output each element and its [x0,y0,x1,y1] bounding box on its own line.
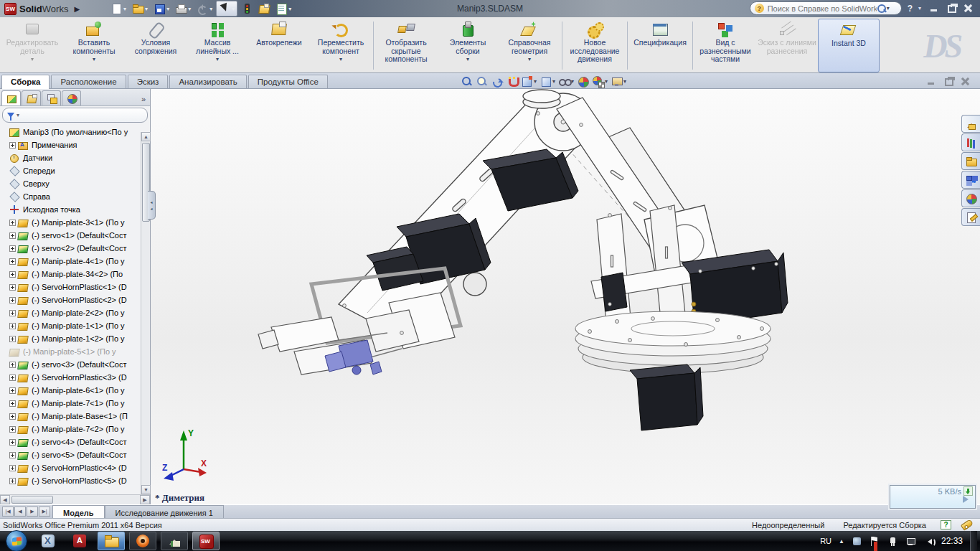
play-icon[interactable] [963,496,972,503]
dropdown-caret-icon[interactable]: ▾ [605,78,608,85]
dropdown-caret-icon[interactable]: ▾ [145,6,148,12]
solidworks-resources-tab[interactable] [961,115,980,133]
expand-icon[interactable] [9,271,16,278]
download-speed-widget[interactable]: 5 KB/s [890,485,976,509]
appearances-scenes-tab[interactable] [961,189,980,207]
graphics-viewport[interactable]: Y X Z * Диметрия [151,89,980,504]
action-center-icon[interactable] [870,536,880,547]
tree-item[interactable]: (-) Manip-plate-Base<1> (П [1,410,150,423]
custom-properties-tab[interactable] [961,208,980,226]
tree-item[interactable]: Сверху [1,177,150,190]
taskbar-adobe-reader[interactable] [66,532,93,550]
featuremanager-tree-tab[interactable] [1,90,21,105]
tree-horizontal-scrollbar[interactable]: ◀ ▶ [0,494,150,504]
tree-item[interactable]: (-) Manip-plate-7<1> (По у [1,397,150,410]
edit-appearance-button[interactable]: ▾ [577,75,589,88]
scroll-up-icon[interactable]: ▲ [141,132,151,141]
options-button[interactable]: ▾ [256,1,272,16]
zoom-to-area-button[interactable]: ▾ [476,75,488,88]
tree-filter-box[interactable]: ▾ [2,108,148,123]
expand-icon[interactable] [9,258,16,265]
tree-item[interactable]: (-) servo<2> (Default<Сост [1,242,150,255]
model-tab[interactable]: Модель [52,505,105,518]
ribbon-edit-part[interactable]: Редактировать деталь ▾ [1,19,63,72]
apply-scene-button[interactable]: ▾ [592,75,608,88]
save-button[interactable]: ▾ [151,1,171,16]
tree-item[interactable]: (-) Manip-plate-5<1> (По у [1,345,150,358]
expand-icon[interactable] [9,400,16,407]
expand-icon[interactable] [9,232,16,239]
scroll-left-icon[interactable]: ◀ [0,495,10,504]
dropdown-caret-icon[interactable]: ▾ [93,56,95,62]
ribbon-exploded-view[interactable]: Вид с разнесенными частями ▾ [694,19,756,72]
restore-button[interactable] [944,3,958,14]
expand-icon[interactable] [9,439,16,446]
tree-item[interactable]: (-) Manip-plate-34<2> (По [1,268,150,281]
view-orientation-button[interactable]: ▾ [521,75,537,88]
motion-study-tab[interactable]: Исследование движения 1 [105,505,224,518]
dropdown-caret-icon[interactable]: ▾ [534,78,537,85]
ribbon-reference-geometry[interactable]: Справочная геометрия ▾ [499,19,560,72]
expand-icon[interactable] [9,142,16,149]
toolbox-tab[interactable] [961,171,980,189]
view-settings-button[interactable]: ▾ [611,75,626,88]
dropdown-caret-icon[interactable]: ▾ [188,6,191,12]
language-indicator[interactable]: RU [820,537,831,545]
tree-item[interactable]: (-) Manip-plate-1<1> (По у [1,319,150,332]
search-input[interactable] [768,4,877,13]
doc-restore-button[interactable] [941,76,956,87]
robot-arm-assembly-model[interactable] [151,89,980,504]
dropdown-caret-icon[interactable]: ▾ [466,56,469,62]
new-document-button[interactable]: ▾ [108,1,128,16]
help-button[interactable]: ? [908,4,913,14]
tree-item[interactable]: (-) Manip-plate-3<1> (По у [1,216,150,229]
search-icon[interactable] [877,4,887,14]
first-tab-button[interactable]: |◀ [2,507,14,517]
quick-tips-icon[interactable]: ? [941,520,951,529]
tree-item[interactable]: Примечания [1,138,150,151]
tree-item[interactable]: Спереди [1,164,150,177]
tab-layout[interactable]: Расположение [51,75,126,88]
expand-icon[interactable] [9,323,16,329]
volume-icon[interactable] [923,536,934,547]
zoom-to-fit-button[interactable]: ▾ [461,75,473,88]
tree-item[interactable]: (-) Manip-plate-2<2> (По у [1,306,150,319]
next-tab-button[interactable]: ▶ [27,507,38,517]
tree-item[interactable]: (-) ServoHornPlastic<5> (D [1,474,150,487]
tab-office-products[interactable]: Продукты Office [248,75,328,88]
tray-app-icon[interactable] [852,536,862,547]
close-button[interactable] [961,3,976,14]
tab-evaluate[interactable]: Анализировать [169,75,246,88]
tree-item[interactable]: Датчики [1,151,150,164]
taskbar-solidworks[interactable] [192,532,220,550]
expand-icon[interactable] [9,310,16,316]
help-caret-icon[interactable]: ▾ [918,5,921,11]
doc-minimize-button[interactable] [924,76,938,87]
panel-collapse-handle[interactable]: ◂◂ [148,191,156,220]
expand-icon[interactable] [9,362,16,368]
ribbon-show-hidden-components[interactable]: Отобразить скрытые компоненты ▾ [375,19,437,72]
print-button[interactable]: ▾ [173,1,193,16]
tree-item[interactable]: (-) Manip-plate-7<2> (По у [1,423,150,435]
rotate-view-button[interactable]: ▾ [491,75,503,88]
undo-button[interactable]: ▾ [194,1,215,16]
tree-vertical-scrollbar[interactable]: ▲ ▼ [141,132,150,494]
tab-assembly[interactable]: Сборка [1,75,50,89]
dropdown-caret-icon[interactable]: ▾ [623,78,626,85]
tree-item[interactable]: (-) Manip-plate-1<2> (По у [1,332,150,345]
section-view-button[interactable]: ▾ [506,75,518,88]
tree-item[interactable]: (-) ServoHornPlastic<4> (D [1,461,150,474]
tree-item[interactable]: (-) Manip-plate-6<1> (По у [1,384,150,397]
taskbar-app-x[interactable] [34,532,62,550]
ribbon-assembly-features[interactable]: Элементы сборки ▾ [437,19,499,72]
select-button[interactable]: ▾ [216,1,237,17]
expand-icon[interactable] [9,387,16,394]
traffic-light-button[interactable]: ▾ [239,1,255,16]
last-tab-button[interactable]: ▶| [39,507,50,517]
dropdown-caret-icon[interactable]: ▾ [166,6,169,12]
display-style-button[interactable]: ▾ [540,75,555,88]
start-button[interactable] [6,530,27,551]
ribbon-new-motion-study[interactable]: Новое исследование движения ▾ [564,19,626,72]
scroll-down-icon[interactable]: ▼ [141,485,151,494]
tree-item[interactable]: (-) servo<4> (Default<Сост [1,435,150,448]
